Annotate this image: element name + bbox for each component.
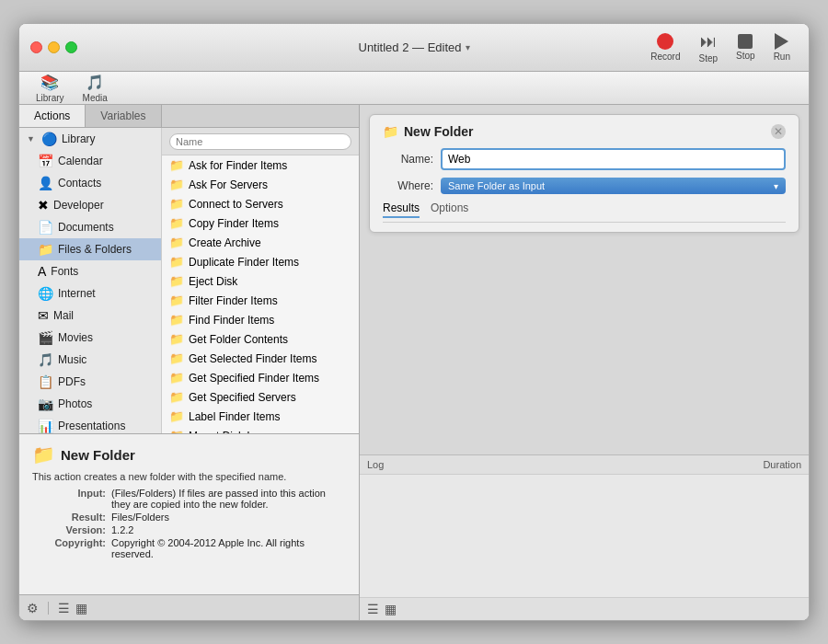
gear-icon[interactable]: ⚙ [27, 601, 39, 615]
log-grid-icon[interactable]: ▦ [385, 602, 397, 616]
category-label-files-folders: Files & Folders [58, 243, 132, 256]
sidebar-item-mail[interactable]: ✉Mail [19, 305, 161, 327]
run-button[interactable]: Run [766, 29, 798, 65]
tab-results[interactable]: Results [383, 201, 420, 218]
log-list-icon[interactable]: ☰ [367, 602, 379, 616]
sidebar-item-movies[interactable]: 🎬Movies [19, 327, 161, 349]
secondary-toolbar: 📚 Library 🎵 Media [19, 72, 809, 105]
sidebar-item-presentations[interactable]: 📊Presentations [19, 415, 161, 433]
detail-title-text: New Folder [404, 124, 473, 139]
maximize-button[interactable] [65, 41, 77, 53]
list-view-icon[interactable]: ☰ [58, 601, 70, 615]
category-icon-music: 🎵 [38, 352, 53, 367]
log-area: Log Duration ☰ ▦ [360, 454, 809, 620]
tab-variables[interactable]: Variables [86, 105, 161, 127]
category-icon-movies: 🎬 [38, 330, 53, 345]
step-button[interactable]: ⏭ Step [691, 29, 725, 67]
category-label-developer: Developer [53, 199, 104, 212]
run-label: Run [774, 52, 790, 62]
action-item-get-selected-finder[interactable]: 📁Get Selected Finder Items [162, 349, 359, 368]
media-label: Media [83, 93, 108, 103]
titlebar: Untitled 2 — Edited ▾ Record ⏭ Step Stop… [19, 24, 809, 72]
sidebar-item-files-folders[interactable]: 📁Files & Folders [19, 238, 161, 260]
media-toolbar-button[interactable]: 🎵 Media [77, 72, 113, 105]
category-icon-photos: 📷 [38, 397, 53, 411]
category-label-mail: Mail [53, 309, 74, 322]
action-icon-eject-disk: 📁 [169, 274, 184, 288]
left-panel: Actions Variables ▼🔵Library📅Calendar👤Con… [19, 105, 360, 620]
action-label-eject-disk: Eject Disk [189, 275, 237, 288]
tab-options[interactable]: Options [431, 201, 468, 218]
action-item-get-specified-finder[interactable]: 📁Get Specified Finder Items [162, 368, 359, 387]
status-divider [48, 602, 49, 615]
detail-card-header: 📁 New Folder ✕ [383, 124, 786, 139]
title-chevron-icon[interactable]: ▾ [466, 42, 470, 52]
action-item-copy-finder[interactable]: 📁Copy Finder Items [162, 213, 359, 233]
sidebar-item-pdfs[interactable]: 📋PDFs [19, 371, 161, 393]
copyright-label: Copyright: [32, 537, 106, 559]
action-item-mount-disk[interactable]: 📁Mount Disk Image [162, 426, 359, 433]
action-icon-get-folder-contents: 📁 [169, 332, 184, 346]
category-label-contacts: Contacts [58, 177, 101, 190]
run-icon [775, 33, 788, 50]
grid-view-icon[interactable]: ▦ [75, 601, 87, 615]
action-item-find-finder[interactable]: 📁Find Finder Items [162, 310, 359, 329]
sidebar-item-calendar[interactable]: 📅Calendar [19, 150, 161, 172]
library-label: Library [36, 93, 64, 103]
action-label-label-finder: Label Finder Items [189, 410, 280, 423]
search-input[interactable] [169, 133, 351, 150]
sidebar-item-fonts[interactable]: AFonts [19, 260, 161, 282]
action-label-duplicate-finder: Duplicate Finder Items [189, 256, 299, 269]
sidebar-item-photos[interactable]: 📷Photos [19, 393, 161, 415]
bottom-panel-title: 📁 New Folder [32, 443, 346, 466]
version-value: 1.2.2 [111, 524, 346, 535]
action-icon-get-specified-finder: 📁 [169, 371, 184, 385]
library-toolbar-button[interactable]: 📚 Library [30, 72, 70, 105]
action-label-filter-finder: Filter Finder Items [189, 294, 278, 307]
action-icon-get-selected-finder: 📁 [169, 351, 184, 365]
action-label-find-finder: Find Finder Items [189, 314, 274, 327]
traffic-lights [30, 41, 77, 53]
minimize-button[interactable] [48, 41, 60, 53]
action-item-connect-servers[interactable]: 📁Connect to Servers [162, 194, 359, 213]
sidebar-item-contacts[interactable]: 👤Contacts [19, 172, 161, 194]
record-button[interactable]: Record [643, 29, 687, 65]
category-icon-contacts: 👤 [38, 176, 53, 190]
toolbar-icons: Record ⏭ Step Stop Run [643, 29, 798, 67]
where-label: Where: [383, 179, 433, 192]
action-item-eject-disk[interactable]: 📁Eject Disk [162, 271, 359, 291]
category-label-fonts: Fonts [51, 265, 78, 278]
action-item-get-folder-contents[interactable]: 📁Get Folder Contents [162, 329, 359, 349]
close-button[interactable] [30, 41, 42, 53]
sidebar-item-library[interactable]: ▼🔵Library [19, 128, 161, 150]
category-label-internet: Internet [58, 287, 96, 300]
sidebar-item-documents[interactable]: 📄Documents [19, 216, 161, 238]
detail-close-button[interactable]: ✕ [771, 124, 786, 139]
media-icon: 🎵 [86, 74, 104, 91]
action-item-filter-finder[interactable]: 📁Filter Finder Items [162, 291, 359, 310]
sidebar-item-music[interactable]: 🎵Music [19, 349, 161, 371]
sidebar-item-developer[interactable]: ✖Developer [19, 194, 161, 216]
category-icon-calendar: 📅 [38, 154, 53, 168]
action-label-ask-finder: Ask for Finder Items [189, 159, 287, 172]
action-icon-ask-servers: 📁 [169, 178, 184, 191]
window-title: Untitled 2 — Edited [358, 40, 461, 54]
category-icon-documents: 📄 [38, 220, 53, 235]
stop-button[interactable]: Stop [729, 30, 763, 64]
tab-actions[interactable]: Actions [19, 105, 86, 127]
action-label-ask-servers: Ask For Servers [189, 178, 268, 191]
category-list: ▼🔵Library📅Calendar👤Contacts✖Developer📄Do… [19, 128, 162, 433]
action-item-ask-servers[interactable]: 📁Ask For Servers [162, 175, 359, 194]
name-input[interactable] [441, 148, 786, 170]
action-label-copy-finder: Copy Finder Items [189, 217, 279, 230]
action-item-create-archive[interactable]: 📁Create Archive [162, 233, 359, 252]
action-item-duplicate-finder[interactable]: 📁Duplicate Finder Items [162, 252, 359, 271]
action-icon-find-finder: 📁 [169, 313, 184, 327]
action-item-label-finder[interactable]: 📁Label Finder Items [162, 407, 359, 426]
where-select[interactable]: Same Folder as Input ▾ [441, 178, 786, 194]
sidebar-item-internet[interactable]: 🌐Internet [19, 282, 161, 305]
result-label: Result: [32, 512, 106, 523]
action-item-ask-finder[interactable]: 📁Ask for Finder Items [162, 155, 359, 175]
action-item-get-specified-servers[interactable]: 📁Get Specified Servers [162, 387, 359, 407]
action-icon-copy-finder: 📁 [169, 216, 184, 230]
